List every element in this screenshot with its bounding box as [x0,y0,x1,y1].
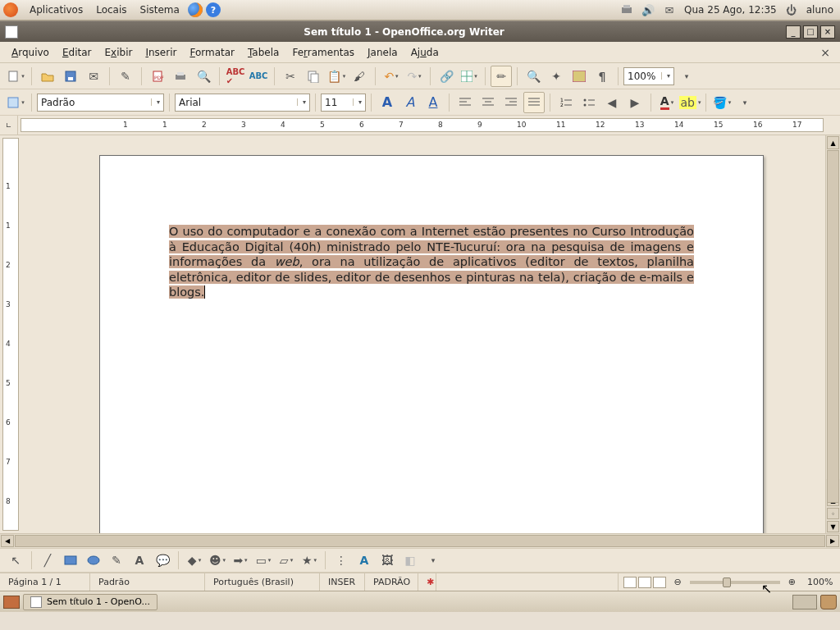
window-close-button[interactable]: × [820,25,835,39]
navigator-button[interactable]: ✦ [546,66,567,87]
vertical-ruler[interactable]: 112345678 [2,138,19,531]
find-replace-button[interactable]: 🔍 [523,66,544,87]
callout-tool-button[interactable]: 💬 [152,550,173,571]
background-color-button[interactable]: 🪣 [711,92,733,113]
gnome-menu-applications[interactable]: Aplicativos [23,4,89,16]
rectangle-tool-button[interactable] [60,550,81,571]
copy-button[interactable] [303,66,324,87]
nonprinting-chars-button[interactable]: ¶ [591,66,613,87]
align-center-button[interactable] [477,92,499,113]
zoom-combo[interactable]: 100%▾ [623,67,674,85]
extrusion-button[interactable]: ◧ [399,550,421,571]
status-style[interactable]: Padrão [90,573,205,591]
textbox-tool-button[interactable]: A [129,550,150,571]
single-page-view-button[interactable] [623,577,637,588]
menu-arquivo[interactable]: Arquivo [5,44,56,61]
paragraph-text[interactable]: O uso do computador e a conexão com a In… [169,224,694,300]
spellcheck-button[interactable]: ABC✔ [225,66,246,87]
status-selection-mode[interactable]: PADRÃO [365,573,418,591]
volume-icon[interactable]: 🔊 [641,4,655,16]
bullet-list-button[interactable] [578,92,600,113]
menu-exibir[interactable]: Exibir [98,44,139,61]
menu-editar[interactable]: Editar [56,44,98,61]
auto-spellcheck-button[interactable]: ABC [248,66,269,87]
taskbar-item-writer[interactable]: Sem título 1 - OpenO... [23,594,158,610]
hscroll-thumb[interactable] [15,535,825,547]
save-button[interactable] [60,66,81,87]
zoom-slider-handle[interactable] [723,578,731,587]
open-button[interactable] [37,66,58,87]
increase-indent-button[interactable]: ▶ [624,92,646,113]
zoom-slider[interactable] [690,581,780,584]
firefox-icon[interactable] [188,2,203,17]
multi-page-view-button[interactable] [638,577,651,588]
bold-button[interactable]: A [377,92,398,113]
freeform-tool-button[interactable]: ✎ [106,550,127,571]
next-page-button[interactable]: ▼ [827,521,839,532]
document-canvas[interactable]: O uso do computador e a conexão com a In… [21,135,825,533]
status-signature[interactable]: ✱ [418,573,436,591]
workspace-switcher[interactable] [792,595,817,609]
flowchart-button[interactable]: ▭ [253,550,274,571]
window-minimize-button[interactable]: _ [786,25,801,39]
align-right-button[interactable] [500,92,522,113]
show-draw-functions-button[interactable]: ✏ [491,66,512,87]
status-page[interactable]: Página 1 / 1 [0,573,90,591]
numbered-list-button[interactable]: 12 [555,92,577,113]
align-left-button[interactable] [454,92,476,113]
power-icon[interactable]: ⏻ [785,4,798,16]
menu-ferramentas[interactable]: Ferramentas [285,44,361,61]
fontwork-button[interactable]: A [354,550,375,571]
paragraph-style-combo[interactable]: Padrão▾ [37,94,164,112]
gallery-button[interactable] [568,66,590,87]
vscroll-thumb[interactable] [827,150,839,503]
line-tool-button[interactable]: ╱ [37,550,58,571]
zoom-out-button[interactable]: ⊖ [671,573,685,591]
document-close-button[interactable]: × [815,46,835,59]
paste-button[interactable]: 📋 [326,66,347,87]
decrease-indent-button[interactable]: ◀ [601,92,623,113]
font-name-combo[interactable]: Arial▾ [175,94,310,112]
status-insert-mode[interactable]: INSER [320,573,365,591]
scroll-left-button[interactable]: ◀ [1,535,14,547]
printer-icon[interactable] [620,4,633,16]
scroll-right-button[interactable]: ▶ [826,535,839,547]
callouts-button[interactable]: ▱ [276,550,297,571]
print-preview-button[interactable]: 🔍 [193,66,214,87]
new-button[interactable] [5,66,26,87]
status-zoom[interactable]: 100% [799,573,840,591]
symbol-shapes-button[interactable]: ☻ [207,550,228,571]
redo-button[interactable]: ↷ [404,66,425,87]
points-button[interactable]: ⋮ [331,550,352,571]
menu-formatar[interactable]: Formatar [183,44,241,61]
ellipse-tool-button[interactable] [83,550,104,571]
highlight-button[interactable]: ab [679,92,701,113]
table-button[interactable] [459,66,480,87]
show-desktop-button[interactable] [3,596,20,609]
export-pdf-button[interactable]: PDF [147,66,168,87]
vertical-scrollbar[interactable]: ▲ ▼ ▲ ◦ ▼ [825,135,840,533]
horizontal-scrollbar[interactable]: ◀ ▶ [0,533,840,548]
basic-shapes-button[interactable]: ◆ [184,550,205,571]
from-file-button[interactable]: 🖼 [377,550,398,571]
user-label[interactable]: aluno [806,4,833,16]
select-tool-button[interactable]: ↖ [5,550,26,571]
block-arrows-button[interactable]: ➡ [230,550,251,571]
window-maximize-button[interactable]: □ [803,25,818,39]
nav-select-button[interactable]: ◦ [827,508,839,519]
book-view-button[interactable] [653,577,666,588]
hyperlink-button[interactable]: 🔗 [436,66,457,87]
menu-tabela[interactable]: Tabela [241,44,285,61]
mail-icon[interactable]: ✉ [663,4,676,16]
trash-icon[interactable] [820,595,837,609]
email-button[interactable]: ✉ [83,66,104,87]
horizontal-ruler[interactable]: 1123456789101112131415161718 [21,118,824,132]
status-language[interactable]: Português (Brasil) [205,573,320,591]
edit-file-button[interactable]: ✎ [115,66,136,87]
styles-button[interactable] [5,92,26,113]
stars-button[interactable]: ★ [299,550,320,571]
scroll-up-button[interactable]: ▲ [827,136,839,149]
italic-button[interactable]: A [399,92,421,113]
menu-janela[interactable]: Janela [361,44,404,61]
underline-button[interactable]: A [422,92,444,113]
